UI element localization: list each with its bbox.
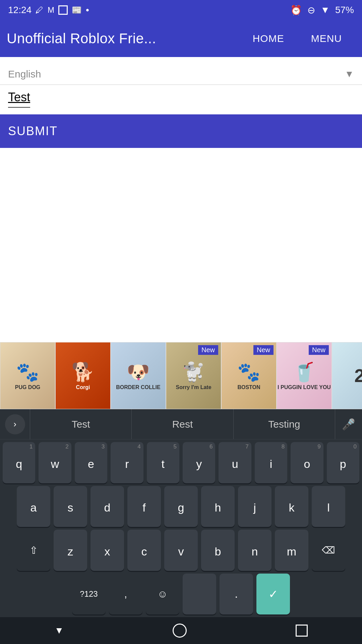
product-item-2[interactable]: 🐕 Corgi — [55, 342, 111, 409]
key-l[interactable]: l — [312, 486, 345, 527]
submit-section: SUBMIT — [0, 114, 362, 148]
status-left: 12:24 🖊 M 📰 • — [8, 5, 89, 15]
key-b[interactable]: b — [201, 530, 235, 571]
emoji-icon: ☺ — [158, 588, 168, 600]
back-button[interactable]: ▼ — [54, 625, 64, 636]
menu-nav-button[interactable]: MENU — [298, 20, 355, 57]
space-key[interactable] — [183, 574, 216, 615]
key-z[interactable]: z — [54, 530, 87, 571]
keyboard-suggestions: › Test Rest Testing 🎤 — [0, 409, 362, 439]
notification-icon: 🖊 — [36, 5, 44, 15]
key-r[interactable]: 4 r — [111, 442, 143, 483]
key-row-4: ?123 , ☺ . ✓ — [3, 574, 359, 615]
key-x[interactable]: x — [90, 530, 124, 571]
key-j[interactable]: j — [238, 486, 272, 527]
wifi-icon: ▼ — [320, 5, 330, 15]
suggestion-1[interactable]: Test — [30, 409, 132, 439]
news-icon: 📰 — [72, 5, 82, 15]
product-item-5[interactable]: 🐾 BOSTON New — [221, 342, 277, 409]
key-n[interactable]: n — [238, 530, 272, 571]
key-v[interactable]: v — [164, 530, 198, 571]
product-thumb-1: 🐾 PUG DOG — [0, 342, 55, 409]
system-nav-bar: ▼ — [0, 617, 362, 644]
key-g[interactable]: g — [164, 486, 198, 527]
product-thumb-7: 2 — [332, 342, 362, 409]
key-row-3: ⇧ z x c v b n m ⌫ — [3, 530, 359, 571]
product-icon-2: 🐕 Corgi — [56, 342, 110, 409]
product-item-3[interactable]: 🐶 BORDER COLLIE — [111, 342, 166, 409]
status-bar: 12:24 🖊 M 📰 • ⏰ ⊖ ▼ 57% — [0, 0, 362, 20]
emoji-key[interactable]: ☺ — [146, 574, 179, 615]
key-a[interactable]: a — [17, 486, 50, 527]
key-o[interactable]: 9 o — [291, 442, 323, 483]
comma-label: , — [124, 588, 127, 600]
key-h[interactable]: h — [201, 486, 235, 527]
app-bar: Unofficial Roblox Frie... HOME MENU — [0, 20, 362, 57]
new-badge-5: New — [253, 345, 274, 355]
symbol-key[interactable]: ?123 — [72, 574, 106, 615]
key-e[interactable]: 3 e — [75, 442, 107, 483]
key-row-2: a s d f g h j k l — [3, 486, 359, 527]
product-item-7[interactable]: 2 — [332, 342, 362, 409]
recents-button[interactable] — [296, 625, 308, 637]
product-icon-1: 🐾 PUG DOG — [0, 342, 55, 409]
status-right: ⏰ ⊖ ▼ 57% — [290, 5, 354, 16]
product-item-1[interactable]: 🐾 PUG DOG — [0, 342, 55, 409]
app-nav: HOME MENU — [239, 20, 355, 57]
period-label: . — [235, 587, 238, 600]
key-d[interactable]: d — [90, 486, 124, 527]
backspace-key[interactable]: ⌫ — [312, 530, 345, 571]
time-display: 12:24 — [8, 5, 32, 15]
dnd-icon: ⊖ — [307, 5, 315, 16]
key-row-1: 1 q 2 w 3 e 4 r 5 t 6 y — [3, 442, 359, 483]
keyboard: › Test Rest Testing 🎤 1 q 2 w 3 e — [0, 409, 362, 617]
product-item-4[interactable]: 🐩 Sorry I'm Late New — [166, 342, 221, 409]
home-nav-button[interactable]: HOME — [239, 20, 298, 57]
new-badge-6: New — [309, 345, 329, 355]
microphone-icon: 🎤 — [342, 418, 355, 431]
screen-icon — [58, 5, 68, 15]
submit-button[interactable]: SUBMIT — [0, 114, 362, 148]
expand-suggestions-button[interactable]: › — [0, 409, 30, 439]
comma-key[interactable]: , — [109, 574, 142, 615]
key-t[interactable]: 5 t — [147, 442, 179, 483]
key-m[interactable]: m — [275, 530, 308, 571]
language-dropdown-row[interactable]: English ▼ — [8, 64, 354, 85]
microphone-button[interactable]: 🎤 — [335, 418, 362, 431]
language-section: English ▼ — [0, 57, 362, 85]
suggestion-2[interactable]: Rest — [132, 409, 233, 439]
shift-icon: ⇧ — [29, 544, 38, 556]
shift-key[interactable]: ⇧ — [17, 530, 50, 571]
product-icon-3: 🐶 BORDER COLLIE — [111, 342, 166, 409]
content-area — [0, 148, 362, 222]
dot-icon: • — [86, 5, 89, 15]
product-thumb-3: 🐶 BORDER COLLIE — [111, 342, 166, 409]
keyboard-rows: 1 q 2 w 3 e 4 r 5 t 6 y — [0, 439, 362, 617]
new-badge-4: New — [198, 345, 218, 355]
key-f[interactable]: f — [127, 486, 161, 527]
battery-display: 57% — [335, 5, 354, 15]
key-i[interactable]: 8 i — [255, 442, 287, 483]
period-key[interactable]: . — [220, 574, 253, 615]
product-icon-7: 2 — [332, 342, 362, 409]
text-input-field[interactable]: Test — [8, 90, 30, 104]
gmail-icon: M — [48, 5, 54, 15]
product-thumb-2: 🐕 Corgi — [56, 342, 110, 409]
dropdown-arrow-icon: ▼ — [345, 69, 354, 79]
alarm-icon: ⏰ — [290, 5, 302, 16]
done-key[interactable]: ✓ — [256, 574, 290, 615]
input-container: Test — [0, 85, 362, 108]
key-p[interactable]: 0 p — [327, 442, 359, 483]
key-u[interactable]: 7 u — [219, 442, 251, 483]
suggestion-3[interactable]: Testing — [234, 409, 335, 439]
key-s[interactable]: s — [54, 486, 87, 527]
key-q[interactable]: 1 q — [3, 442, 35, 483]
key-k[interactable]: k — [275, 486, 308, 527]
product-strip: 🐾 PUG DOG 🐕 Corgi 🐶 BORDER COLLIE 🐩 Sorr… — [0, 342, 362, 409]
symbol-label: ?123 — [80, 589, 98, 599]
key-w[interactable]: 2 w — [39, 442, 71, 483]
product-item-6[interactable]: 🥤 I PUGGIN LOVE YOU New — [277, 342, 332, 409]
key-c[interactable]: c — [127, 530, 161, 571]
key-y[interactable]: 6 y — [183, 442, 215, 483]
home-button[interactable] — [173, 624, 187, 638]
